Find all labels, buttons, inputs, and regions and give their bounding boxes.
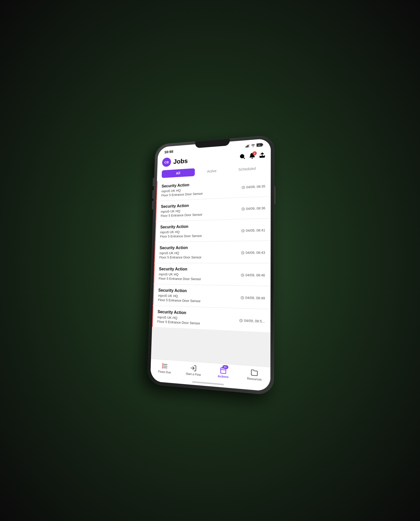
svg-text:100: 100 [258, 144, 261, 146]
svg-line-18 [164, 364, 167, 364]
resources-label: Resources [247, 377, 261, 381]
svg-line-20 [164, 368, 167, 368]
nav-flows-due[interactable]: Flows Due [151, 362, 179, 375]
job-sensor: Floor 5 Entrance Door Sensor [159, 255, 201, 259]
job-location: mpro5 UK HQ Floor 5 Entrance Door Sensor [157, 315, 200, 325]
job-item[interactable]: Security Action mpro5 UK HQ Floor 5 Entr… [153, 284, 270, 309]
job-time: 04/09, 08:36 [241, 206, 265, 211]
actions-badge: 99+ [222, 365, 228, 369]
clock-icon [241, 185, 245, 189]
svg-line-9 [243, 157, 245, 159]
job-org: mpro5 UK HQ [158, 294, 200, 299]
flows-due-icon [161, 362, 168, 370]
clock-icon [240, 273, 244, 277]
job-meta: mpro5 UK HQ Floor 5 Entrance Door Sensor… [158, 294, 265, 305]
job-location: mpro5 UK HQ Floor 5 Entrance Door Sensor [161, 188, 203, 197]
svg-rect-25 [221, 368, 226, 374]
actions-icon: 99+ [220, 367, 227, 374]
job-sensor: Floor 5 Entrance Door Sensor [160, 213, 202, 218]
clock-icon [239, 318, 243, 322]
start-flow-icon [190, 364, 197, 372]
avatar[interactable]: CB [162, 157, 171, 167]
job-item[interactable]: Security Action mpro5 UK HQ Floor 5 Entr… [154, 241, 271, 263]
svg-rect-2 [247, 145, 248, 147]
start-flow-label: Start a Flow [186, 372, 201, 376]
svg-line-19 [164, 366, 167, 366]
wifi-icon [251, 144, 255, 147]
phone-wrapper: 10:55 [147, 135, 274, 395]
job-org: mpro5 UK HQ [159, 251, 202, 255]
flows-due-label: Flows Due [158, 370, 171, 374]
svg-rect-0 [245, 146, 246, 147]
status-icons: 100 [245, 143, 263, 148]
nav-start-flow[interactable]: Start a Flow [179, 364, 208, 377]
job-sensor: Floor 5 Entrance Door Sensor [159, 277, 201, 281]
status-time: 10:55 [164, 149, 173, 154]
battery-icon: 100 [256, 143, 263, 147]
job-location: mpro5 UK HQ Floor 5 Entrance Door Sensor [159, 251, 202, 259]
actions-label: Actions [218, 374, 229, 379]
header-actions: 2 [239, 152, 265, 161]
job-title: Security Action [159, 245, 265, 250]
clock-icon [241, 251, 244, 255]
job-org: mpro5 UK HQ [159, 272, 201, 276]
job-location: mpro5 UK HQ Floor 5 Entrance Door Sensor [158, 294, 201, 303]
nav-resources[interactable]: Resources [239, 368, 270, 382]
notification-button[interactable]: 2 [249, 153, 255, 160]
search-button[interactable] [239, 153, 245, 161]
header-left: CB Jobs [162, 156, 188, 167]
svg-rect-3 [248, 144, 249, 147]
phone-screen: 10:55 [150, 138, 271, 392]
resources-icon [250, 369, 258, 377]
job-time: 04/09, 08:46 [240, 273, 265, 277]
job-time: 04/09, 08:49 [240, 295, 265, 300]
job-time: 04/09, 08:43 [241, 251, 265, 255]
job-meta: mpro5 UK HQ Floor 5 Entrance Door Sensor… [159, 251, 265, 259]
job-item[interactable]: Security Action mpro5 UK HQ Floor 5 Entr… [152, 306, 270, 332]
nav-actions[interactable]: 99+ Actions [208, 366, 239, 380]
job-meta: mpro5 UK HQ Floor 5 Entrance Door Sensor… [159, 272, 265, 282]
upload-button[interactable] [259, 152, 265, 159]
svg-line-28 [221, 370, 226, 370]
job-item[interactable]: Security Action mpro5 UK HQ Floor 5 Entr… [155, 196, 271, 221]
power-button [274, 186, 275, 204]
job-time: 04/09, 08:41 [241, 228, 265, 233]
job-org: mpro5 UK HQ [160, 230, 202, 234]
job-sensor: Floor 5 Entrance Door Sensor [158, 298, 200, 303]
job-location: mpro5 UK HQ Floor 5 Entrance Door Sensor [160, 230, 202, 238]
job-list: Security Action mpro5 UK HQ Floor 5 Entr… [151, 175, 271, 367]
svg-line-24 [191, 368, 194, 368]
job-title: Security Action [159, 267, 265, 272]
job-time: 04/09, 08:5... [239, 318, 265, 324]
clock-icon [241, 229, 245, 232]
page-title: Jobs [173, 157, 188, 165]
svg-rect-1 [246, 146, 247, 147]
job-item[interactable]: Security Action mpro5 UK HQ Floor 5 Entr… [155, 219, 271, 242]
notification-badge: 2 [252, 151, 256, 156]
job-location: mpro5 UK HQ Floor 5 Entrance Door Sensor [159, 272, 201, 281]
phone-frame: 10:55 [147, 135, 274, 395]
job-meta: mpro5 UK HQ Floor 5 Entrance Door Sensor… [160, 228, 265, 238]
clock-icon [240, 296, 244, 300]
job-location: mpro5 UK HQ Floor 5 Entrance Door Sensor [160, 208, 202, 218]
job-time: 04/09, 08:35 [241, 184, 265, 189]
job-item[interactable]: Security Action mpro5 UK HQ Floor 5 Entr… [153, 263, 271, 286]
signal-icon [245, 144, 249, 147]
job-sensor: Floor 5 Entrance Door Sensor [160, 234, 202, 238]
clock-icon [241, 207, 245, 211]
